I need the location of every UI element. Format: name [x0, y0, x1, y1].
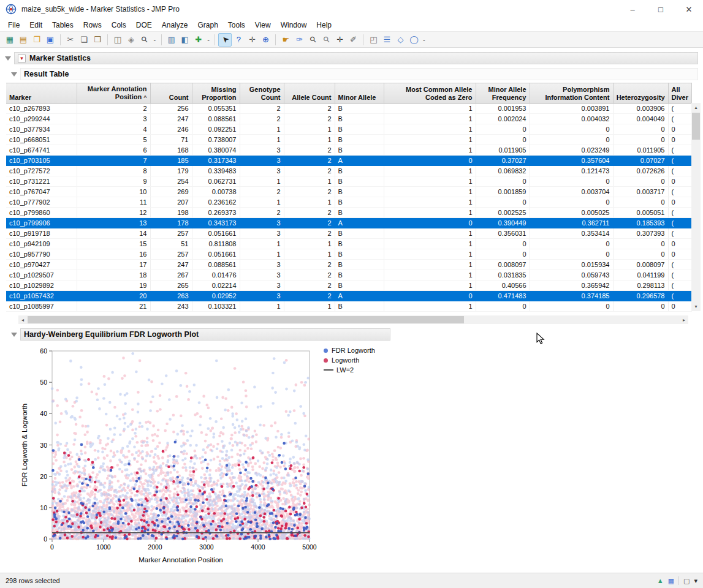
brush-tool-icon[interactable]: ✑ [292, 33, 306, 47]
menu-rows[interactable]: Rows [78, 20, 107, 31]
table-row[interactable]: c10_p29924432470.08856122B10.0020240.004… [6, 114, 691, 124]
table-row[interactable]: c10_p70310571850.31734332A00.370270.3576… [6, 156, 691, 166]
shape-annotate-icon[interactable]: ◇ [393, 33, 407, 47]
scroll-right-arrow-icon[interactable]: ▸ [680, 315, 688, 324]
disclosure-triangle-icon[interactable] [11, 72, 17, 77]
data-grid-icon[interactable]: ▦ [668, 577, 674, 585]
hw-fdr-logworth-plot[interactable]: 0100020003000400050000102030405060Marker… [18, 342, 319, 570]
legend-item-lw-2[interactable]: LW=2 [324, 365, 375, 375]
distribution-icon[interactable]: ◧ [178, 33, 192, 47]
column-header-pic[interactable]: PolymorphismInformation Content [530, 83, 613, 104]
table-row[interactable]: c10_p799906131780.34317332A00.3904490.36… [6, 218, 691, 228]
maximize-button[interactable]: □ [647, 0, 675, 18]
column-header-genotype_count[interactable]: GenotypeCount [240, 83, 284, 104]
table-row[interactable]: c10_p73122192540.06273111B10000 [6, 176, 691, 187]
legend-item-logworth[interactable]: Logworth [324, 355, 375, 365]
save-icon[interactable]: ▣ [44, 33, 57, 47]
horizontal-scroll-thumb[interactable] [28, 316, 464, 323]
disclosure-triangle-icon[interactable] [11, 333, 17, 337]
svg-text:5000: 5000 [302, 543, 317, 551]
scroll-down-arrow-icon[interactable]: ▾ [691, 302, 701, 311]
column-header-allele_count[interactable]: Allele Count [284, 83, 335, 104]
line-annotate-icon[interactable]: ☰ [380, 33, 393, 47]
annotate-tool-icon[interactable]: ◰ [367, 33, 380, 47]
window-box-icon[interactable]: ▢ [683, 577, 690, 585]
lock-icon[interactable]: ◈ [124, 33, 138, 47]
toolbar-dropdown-caret-icon[interactable]: ⌄ [207, 37, 211, 42]
cut-icon[interactable]: ✂ [64, 33, 77, 47]
table-row[interactable]: c10_p72757281790.33948332B10.0698320.121… [6, 166, 691, 176]
magnifier-tool-icon[interactable]: ⚲ [306, 33, 319, 47]
paste-icon[interactable]: ❒ [91, 33, 104, 47]
scroll-up-arrow-icon[interactable]: ▴ [691, 103, 701, 112]
table-row[interactable]: c10_p970427172470.08856132B10.0080970.01… [6, 260, 691, 270]
copy-icon[interactable]: ❏ [77, 33, 91, 47]
table-row[interactable]: c10_p67474161680.38007432B10.0119050.023… [6, 145, 691, 156]
table-vertical-scrollbar[interactable]: ▴ ▾ [691, 103, 701, 311]
table-row[interactable]: c10_p26789322560.05535122B10.0019530.003… [6, 104, 691, 114]
globe-tool-icon[interactable]: ⊕ [259, 33, 272, 47]
toolbar-dropdown-caret-icon[interactable]: ⌄ [422, 37, 426, 42]
close-button[interactable]: ✕ [675, 0, 703, 18]
red-triangle-menu-icon[interactable]: ▼ [18, 55, 26, 62]
table-row[interactable]: c10_p1029507182670.0147632B10.0318350.05… [6, 270, 691, 281]
menu-file[interactable]: File [3, 20, 25, 31]
scroll-left-arrow-icon[interactable]: ◂ [18, 315, 27, 324]
disclosure-triangle-icon[interactable] [5, 56, 11, 61]
open-icon[interactable]: ❐ [30, 33, 44, 47]
svg-text:0: 0 [44, 535, 47, 543]
column-header-heterozygosity[interactable]: Heterozygosity [613, 83, 668, 104]
column-header-count[interactable]: Count [150, 83, 192, 104]
data-table-icon[interactable]: ▥ [165, 33, 178, 47]
table-row[interactable]: c10_p957790162570.05166111B10000 [6, 249, 691, 260]
minimize-button[interactable]: – [618, 0, 647, 18]
table-row[interactable]: c10_p767047102690.0073822B10.0018590.003… [6, 187, 691, 197]
table-row[interactable]: c10_p1057432202630.0295232A00.4714830.37… [6, 291, 691, 301]
scroll-up-icon[interactable]: ▲ [657, 577, 664, 584]
lasso-tool-icon[interactable]: ✐ [346, 33, 360, 47]
column-header-missing[interactable]: MissingProportion [192, 83, 240, 104]
column-header-position[interactable]: Marker AnnotationPosition^ [77, 83, 150, 104]
column-header-clipped[interactable]: AllDiver [668, 83, 691, 104]
table-row[interactable]: c10_p799860121980.26937322B10.0025250.00… [6, 208, 691, 218]
new-journal-icon[interactable]: ▤ [17, 33, 30, 47]
column-header-mca_zero[interactable]: Most Common AlleleCoded as Zero [384, 83, 476, 104]
zoom-out-tool-icon[interactable]: ⚲ [319, 33, 333, 47]
column-header-maf[interactable]: Minor AlleleFrequency [476, 83, 530, 104]
vertical-scroll-thumb[interactable] [692, 113, 700, 140]
menu-window[interactable]: Window [276, 20, 312, 31]
layout-icon[interactable]: ◫ [111, 33, 124, 47]
menu-cols[interactable]: Cols [107, 20, 131, 31]
menu-doe[interactable]: DOE [131, 20, 157, 31]
arrow-tool-icon[interactable]: ➤ [218, 33, 232, 47]
new-data-table-icon[interactable]: ▦ [3, 33, 17, 47]
grabber-tool-icon[interactable]: ☛ [279, 33, 292, 47]
new-column-icon[interactable]: ✚ [192, 33, 205, 47]
table-horizontal-scrollbar[interactable]: ◂ ▸ [18, 315, 688, 324]
menu-analyze[interactable]: Analyze [157, 20, 193, 31]
crosshair-tool-icon[interactable]: ✛ [333, 33, 346, 47]
menu-edit[interactable]: Edit [25, 20, 47, 31]
menu-tables[interactable]: Tables [47, 20, 78, 31]
table-row[interactable]: c10_p37793442460.09225111B10000 [6, 124, 691, 135]
help-tool-icon[interactable]: ? [232, 33, 245, 47]
window-title: maize_sub5k_wide - Marker Statistics - J… [21, 5, 180, 13]
table-row[interactable]: c10_p919718142570.05166132B10.3560310.35… [6, 228, 691, 239]
table-row[interactable]: c10_p94210915510.81180811B10000 [6, 239, 691, 249]
menu-tools[interactable]: Tools [223, 20, 250, 31]
table-row[interactable]: c10_p1029892192650.0221432B10.405660.365… [6, 281, 691, 291]
toolbar-dropdown-caret-icon[interactable]: ⌄ [153, 37, 157, 42]
legend-item-fdr-logworth[interactable]: FDR Logworth [324, 345, 375, 355]
table-row[interactable]: c10_p6680515710.73800711B10000 [6, 135, 691, 145]
column-header-marker[interactable]: Marker [6, 83, 77, 104]
search-icon[interactable]: ⚲ [138, 33, 151, 47]
menu-help[interactable]: Help [311, 20, 336, 31]
column-header-minor_allele[interactable]: Minor Allele [335, 83, 384, 104]
table-row[interactable]: c10_p1085997212430.10332111B10000 [6, 301, 691, 312]
table-row[interactable]: c10_p777902112070.23616211B10000 [6, 197, 691, 208]
menu-view[interactable]: View [250, 20, 276, 31]
status-dropdown-icon[interactable]: ▾ [694, 577, 697, 585]
move-tool-icon[interactable]: ✛ [245, 33, 259, 47]
menu-graph[interactable]: Graph [192, 20, 222, 31]
oval-annotate-icon[interactable]: ◯ [407, 33, 420, 47]
